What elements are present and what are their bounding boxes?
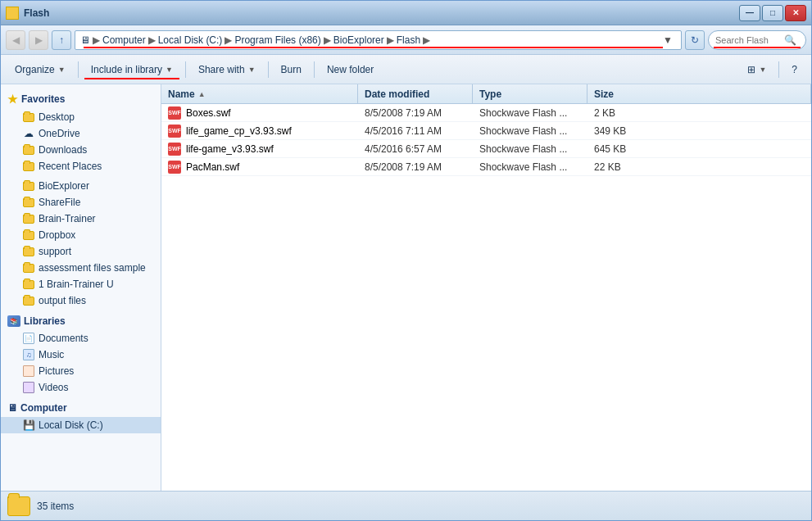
file-name-4: PacMan.swf <box>186 161 239 173</box>
sidebar-item-onedrive[interactable]: ☁ OneDrive <box>1 125 161 142</box>
sidebar-item-bioexplorer[interactable]: BioExplorer <box>1 178 161 194</box>
sidebar-item-brain-trainer[interactable]: Brain-Trainer <box>1 211 161 227</box>
address-dropdown-arrow[interactable]: ▼ <box>663 34 676 46</box>
file-date-text-3: 4/5/2016 6:57 AM <box>365 143 442 155</box>
toolbar-separator-5 <box>778 61 779 78</box>
computer-section: 🖥 Computer 💾 Local Disk (C:) <box>1 399 161 433</box>
help-button[interactable]: ? <box>784 58 805 81</box>
close-button[interactable]: ✕ <box>785 5 806 21</box>
share-with-button[interactable]: Share with ▼ <box>191 58 263 81</box>
sidebar-item-music[interactable]: ♫ Music <box>1 347 161 363</box>
file-name-3: life-game_v3.93.swf <box>186 143 274 155</box>
address-bar[interactable]: 🖥 ▶ Computer ▶ Local Disk (C:) ▶ Program… <box>75 30 682 50</box>
search-icon[interactable]: 🔍 <box>784 34 796 46</box>
libraries-header[interactable]: 📚 Libraries <box>1 312 161 330</box>
file-size-text-2: 349 KB <box>594 125 626 137</box>
forward-button[interactable]: ▶ <box>29 30 48 50</box>
sidebar-item-sharefile[interactable]: ShareFile <box>1 194 161 211</box>
include-library-label: Include in library <box>91 64 162 75</box>
share-dropdown-icon: ▼ <box>248 66 256 74</box>
search-input[interactable] <box>715 35 781 45</box>
sidebar-item-brain-trainer-u[interactable]: 1 Brain-Trainer U <box>1 276 161 292</box>
file-date-text-2: 4/5/2016 7:11 AM <box>365 125 442 137</box>
sidebar-item-downloads[interactable]: Downloads <box>1 142 161 158</box>
burn-button[interactable]: Burn <box>274 58 309 81</box>
table-row[interactable]: SWF Boxes.swf 8/5/2008 7:19 AM Shockwave… <box>161 104 811 122</box>
sidebar-item-recent-places-label: Recent Places <box>39 161 102 172</box>
refresh-button[interactable]: ↻ <box>685 30 705 50</box>
back-button[interactable]: ◀ <box>6 30 25 50</box>
address-part-drive[interactable]: Local Disk (C:) <box>158 34 223 46</box>
sidebar-item-brain-trainer-u-label: 1 Brain-Trainer U <box>39 279 114 290</box>
toolbar-separator-2 <box>185 61 186 78</box>
views-button[interactable]: ⊞ ▼ <box>740 58 773 81</box>
music-icon: ♫ <box>22 349 35 360</box>
computer-header[interactable]: 🖥 Computer <box>1 399 161 417</box>
file-type-text-1: Shockwave Flash ... <box>479 107 567 119</box>
sidebar-item-support-label: support <box>39 246 71 257</box>
address-part-computer[interactable]: Computer <box>102 34 146 46</box>
organize-button[interactable]: Organize ▼ <box>7 58 73 81</box>
address-part-flash[interactable]: Flash <box>397 34 420 46</box>
address-annotation <box>84 47 663 48</box>
sidebar-item-documents[interactable]: 📄 Documents <box>1 330 161 347</box>
brain-trainer-icon <box>22 213 35 224</box>
address-part-bioexplorer[interactable]: BioExplorer <box>333 34 384 46</box>
column-header-name[interactable]: Name ▲ <box>161 84 358 103</box>
support-icon <box>22 246 35 257</box>
sidebar-item-support[interactable]: support <box>1 243 161 260</box>
bioexplorer-icon <box>22 180 35 192</box>
sidebar-item-desktop[interactable]: Desktop <box>1 109 161 125</box>
file-size-text-3: 645 KB <box>594 143 626 155</box>
sidebar-item-local-disk[interactable]: 💾 Local Disk (C:) <box>1 417 161 433</box>
documents-icon: 📄 <box>22 333 35 344</box>
file-date-1: 8/5/2008 7:19 AM <box>358 104 473 121</box>
column-header-size[interactable]: Size <box>587 84 811 103</box>
minimize-button[interactable]: — <box>739 5 760 21</box>
sidebar-item-videos-label: Videos <box>39 382 68 393</box>
favorites-header[interactable]: ★ Favorites <box>1 89 161 109</box>
sidebar-item-videos[interactable]: Videos <box>1 379 161 396</box>
file-type-text-3: Shockwave Flash ... <box>479 143 567 155</box>
swf-icon-2: SWF <box>168 125 181 138</box>
computer-icon-header: 🖥 <box>7 402 17 414</box>
include-library-button[interactable]: Include in library ▼ <box>84 58 180 81</box>
table-row[interactable]: SWF PacMan.swf 8/5/2008 7:19 AM Shockwav… <box>161 158 811 176</box>
address-content: 🖥 ▶ Computer ▶ Local Disk (C:) ▶ Program… <box>80 34 431 46</box>
downloads-folder-icon <box>22 144 35 156</box>
explorer-window: Flash — □ ✕ ◀ ▶ ↑ 🖥 ▶ Computer ▶ Local D… <box>0 0 812 521</box>
address-part-programfiles[interactable]: Program Files (x86) <box>234 34 320 46</box>
file-date-4: 8/5/2008 7:19 AM <box>358 158 473 175</box>
recent-places-icon <box>22 161 35 172</box>
libraries-header-label: Libraries <box>24 315 66 327</box>
sidebar-item-assessment[interactable]: assessment files sample <box>1 260 161 276</box>
file-size-text-1: 2 KB <box>594 107 615 119</box>
sidebar-item-dropbox[interactable]: Dropbox <box>1 227 161 243</box>
file-list: SWF Boxes.swf 8/5/2008 7:19 AM Shockwave… <box>161 104 811 491</box>
local-disk-icon: 💾 <box>22 419 35 431</box>
table-row[interactable]: SWF life_game_cp_v3.93.swf 4/5/2016 7:11… <box>161 122 811 140</box>
navigation-bar: ◀ ▶ ↑ 🖥 ▶ Computer ▶ Local Disk (C:) ▶ P… <box>1 25 811 55</box>
favorites-star-icon: ★ <box>7 93 18 106</box>
organize-label: Organize <box>15 64 55 75</box>
sidebar-item-onedrive-label: OneDrive <box>39 128 80 139</box>
toolbar: Organize ▼ Include in library ▼ Share wi… <box>1 55 811 84</box>
sidebar-item-recent-places[interactable]: Recent Places <box>1 158 161 174</box>
sidebar-item-pictures[interactable]: Pictures <box>1 363 161 379</box>
new-folder-button[interactable]: New folder <box>320 58 381 81</box>
up-button[interactable]: ↑ <box>52 30 71 50</box>
new-folder-label: New folder <box>327 64 374 75</box>
file-type-text-4: Shockwave Flash ... <box>479 161 567 173</box>
search-box[interactable]: 🔍 <box>708 30 806 50</box>
column-header-type[interactable]: Type <box>473 84 587 103</box>
file-area: Name ▲ Date modified Type Size SWF <box>161 84 811 491</box>
title-controls: — □ ✕ <box>739 5 806 21</box>
maximize-button[interactable]: □ <box>762 5 783 21</box>
sidebar-item-output-files[interactable]: output files <box>1 292 161 309</box>
file-type-2: Shockwave Flash ... <box>473 122 587 139</box>
table-row[interactable]: SWF life-game_v3.93.swf 4/5/2016 6:57 AM… <box>161 140 811 158</box>
file-name-2: life_game_cp_v3.93.swf <box>186 125 292 137</box>
column-header-date[interactable]: Date modified <box>358 84 473 103</box>
sidebar-item-assessment-label: assessment files sample <box>39 262 146 274</box>
sort-arrow-name: ▲ <box>198 90 206 98</box>
